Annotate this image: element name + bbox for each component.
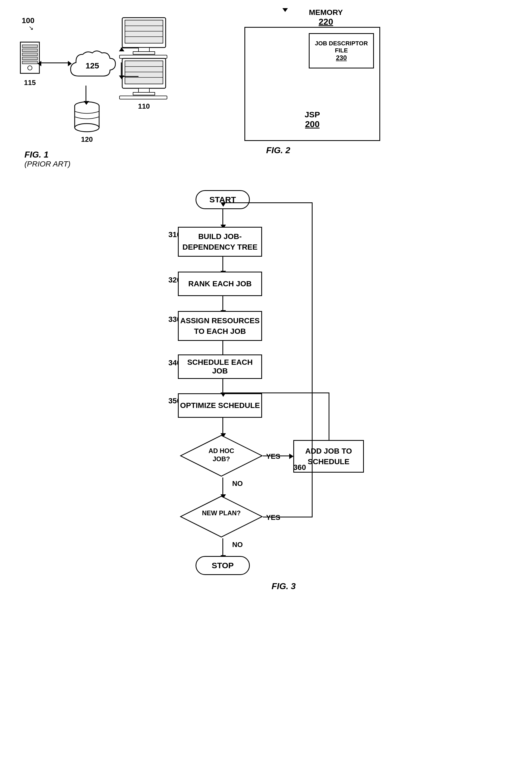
arrow-320-330 bbox=[222, 296, 223, 311]
line-115-125 bbox=[39, 62, 69, 63]
label-110-text: 110 bbox=[117, 102, 171, 110]
arrow-340-350 bbox=[222, 379, 223, 394]
svg-rect-18 bbox=[133, 52, 155, 54]
arrow-memory bbox=[282, 8, 288, 12]
arrowhead-360-back bbox=[221, 392, 226, 397]
arrow-350-adhoc bbox=[222, 418, 223, 434]
adhoc-yes-label: YES bbox=[266, 452, 280, 461]
svg-text:AD HOC: AD HOC bbox=[209, 447, 234, 454]
jdf-box: JOB DESCRIPTORFILE 230 bbox=[309, 33, 374, 69]
arrowhead-adhoc-yes bbox=[289, 454, 294, 459]
svg-text:NEW PLAN?: NEW PLAN? bbox=[202, 509, 241, 517]
arrow-newplan-yes-h bbox=[263, 517, 312, 517]
stop-label: STOP bbox=[212, 561, 234, 570]
label-125-text: 125 bbox=[86, 61, 99, 70]
adhoc-diamond-svg: AD HOC JOB? bbox=[179, 434, 263, 477]
computer-110-icon bbox=[117, 57, 171, 101]
arrow-330-340 bbox=[222, 341, 223, 356]
adhoc-diamond-wrapper: AD HOC JOB? bbox=[179, 434, 263, 477]
line-to-105 bbox=[121, 47, 138, 48]
arrow-adhoc-no bbox=[222, 477, 223, 495]
svg-rect-17 bbox=[138, 47, 149, 52]
jsp-area: JSP 200 bbox=[305, 110, 320, 129]
fig3-diagram: START 310 BUILD JOB-DEPENDENCY TREE 320 … bbox=[81, 190, 462, 733]
memory-box: JOB DESCRIPTORFILE 230 JSP 200 bbox=[245, 27, 380, 141]
svg-rect-13 bbox=[125, 20, 163, 43]
memory-label: MEMORY 220 bbox=[245, 8, 407, 27]
step-340-box: SCHEDULE EACH JOB bbox=[178, 354, 262, 379]
arrowhead-newplan-yes-top bbox=[221, 202, 226, 207]
svg-marker-31 bbox=[181, 496, 262, 537]
jsp-number: 200 bbox=[305, 119, 320, 129]
line-cloud-db bbox=[86, 86, 86, 102]
db-120: 120 bbox=[73, 101, 101, 144]
fig1-caption: FIG. 1 (PRIOR ART) bbox=[24, 150, 71, 168]
svg-rect-21 bbox=[125, 61, 163, 84]
arrow-125-115 bbox=[38, 61, 41, 66]
svg-rect-27 bbox=[120, 96, 167, 99]
jdf-number: 230 bbox=[336, 54, 347, 62]
svg-rect-25 bbox=[138, 88, 149, 92]
svg-point-11 bbox=[75, 124, 99, 132]
step-310-box: BUILD JOB-DEPENDENCY TREE bbox=[178, 227, 262, 257]
step-320-box: RANK EACH JOB bbox=[178, 272, 262, 296]
svg-rect-26 bbox=[133, 92, 155, 95]
flowchart: START 310 BUILD JOB-DEPENDENCY TREE 320 … bbox=[81, 190, 462, 733]
step-330-box: ASSIGN RESOURCESTO EACH JOB bbox=[178, 311, 262, 341]
line-cloud-computers bbox=[121, 62, 122, 76]
arrow-newplan-yes-v bbox=[312, 202, 312, 517]
newplan-no-label: NO bbox=[232, 540, 243, 549]
line-360-back-v bbox=[329, 392, 329, 441]
fig3-caption: FIG. 3 bbox=[272, 581, 296, 591]
server-icon bbox=[19, 41, 41, 76]
svg-rect-1 bbox=[22, 45, 38, 47]
arrow-newplan-yes-top-h bbox=[222, 202, 312, 203]
svg-rect-2 bbox=[22, 49, 38, 52]
arrow-fig1: ↘ bbox=[29, 24, 33, 32]
step-340-text: SCHEDULE EACH JOB bbox=[179, 358, 261, 376]
adhoc-no-label: NO bbox=[232, 479, 243, 488]
label-115-text: 115 bbox=[19, 78, 41, 87]
fig2-caption: FIG. 2 bbox=[245, 145, 407, 155]
step-330-text: ASSIGN RESOURCESTO EACH JOB bbox=[180, 315, 260, 337]
newplan-yes-label: YES bbox=[266, 513, 280, 522]
jsp-label: JSP bbox=[305, 110, 320, 119]
newplan-diamond-svg: NEW PLAN? bbox=[179, 495, 263, 538]
arrow-310-320 bbox=[222, 257, 223, 272]
database-icon bbox=[73, 101, 101, 133]
arrow-newplan-no bbox=[222, 538, 223, 556]
svg-rect-4 bbox=[22, 57, 38, 60]
step-350-text: OPTIMIZE SCHEDULE bbox=[180, 401, 260, 410]
arrow-adhoc-yes bbox=[263, 456, 290, 456]
newplan-diamond-wrapper: NEW PLAN? bbox=[179, 495, 263, 538]
svg-text:JOB?: JOB? bbox=[213, 455, 230, 463]
step-350-box: OPTIMIZE SCHEDULE bbox=[178, 393, 262, 418]
svg-rect-5 bbox=[22, 61, 38, 64]
fig2-diagram: MEMORY 220 JOB DESCRIPTORFILE 230 JSP 20… bbox=[245, 8, 407, 149]
fig1-diagram: 100 ↘ 115 125 bbox=[14, 8, 204, 176]
label-100: 100 bbox=[22, 16, 35, 25]
page: 100 ↘ 115 125 bbox=[0, 0, 532, 757]
arrow-115-125 bbox=[68, 61, 72, 66]
computer-110: 110 bbox=[117, 57, 171, 110]
line-360-back-h bbox=[222, 392, 329, 393]
step-320-text: RANK EACH JOB bbox=[188, 280, 251, 288]
arrow-start-310 bbox=[222, 209, 223, 226]
computer-105-icon bbox=[117, 16, 171, 60]
label-120-text: 120 bbox=[73, 135, 101, 144]
jdf-label: JOB DESCRIPTORFILE bbox=[315, 40, 368, 54]
cloud-125: 125 bbox=[68, 49, 122, 85]
step-360-label: 360 bbox=[293, 463, 306, 472]
stop-terminal: STOP bbox=[195, 556, 250, 575]
step-310-text: BUILD JOB-DEPENDENCY TREE bbox=[183, 231, 257, 252]
arrow-cloud-db bbox=[84, 101, 89, 105]
line-to-110 bbox=[121, 76, 138, 77]
svg-rect-3 bbox=[22, 53, 38, 56]
